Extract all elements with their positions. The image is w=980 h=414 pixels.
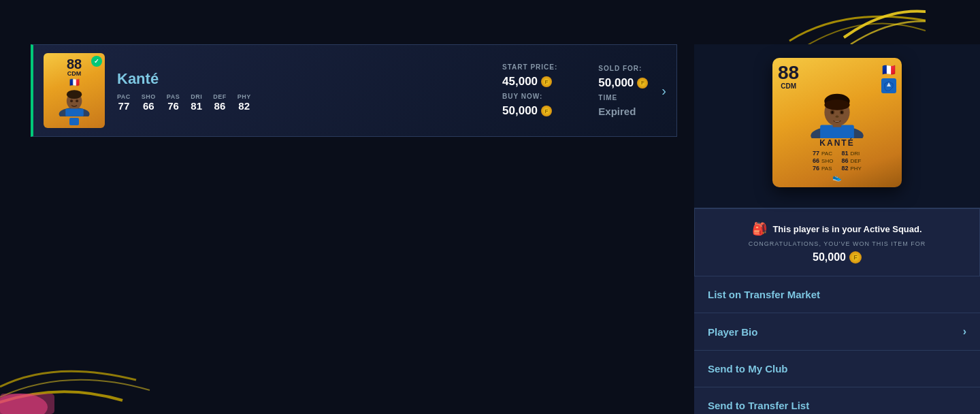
stat-phy: PHY 82	[238, 93, 251, 112]
large-card-position: CDM	[781, 82, 796, 90]
auction-row: ✓ 88 CDM 🇫🇷	[31, 44, 677, 137]
start-price-value: 45,000 F	[502, 75, 557, 89]
time-value: Expired	[598, 106, 648, 117]
svg-point-18	[836, 116, 839, 118]
send-to-transfer-list-button[interactable]: Send to Transfer List	[694, 387, 980, 414]
notice-price: 50,000	[813, 251, 846, 264]
player-info: Kanté PAC 77 SHO 66 PAS 76 DRI	[117, 70, 475, 112]
svg-point-4	[66, 90, 81, 99]
stat-pas: PAS 76	[167, 93, 180, 112]
svg-point-13	[824, 99, 849, 110]
stat-pac: PAC 77	[117, 93, 131, 112]
large-card-club	[881, 78, 896, 93]
svg-point-6	[76, 99, 78, 102]
sold-for-value: 50,000 F	[598, 76, 648, 90]
large-card-stats: 77 PAC 66 SHO 76 PAS	[813, 150, 862, 172]
svg-point-5	[70, 99, 73, 102]
main-container: ✓ 88 CDM 🇫🇷	[0, 0, 980, 414]
stat-def: DEF 86	[213, 93, 227, 112]
sold-for-label: SOLD FOR:	[598, 65, 648, 72]
notice-main-text: This player is in your Active Squad.	[772, 224, 921, 234]
player-name: Kanté	[117, 70, 475, 88]
fut-coin-buynow: F	[541, 106, 552, 116]
large-card-rating: 88	[778, 63, 799, 82]
player-card-large: 88 CDM 🇫🇷	[772, 58, 902, 187]
check-badge: ✓	[91, 56, 102, 67]
list-on-transfer-market-button[interactable]: List on Transfer Market	[694, 276, 980, 313]
buy-now-label: BUY NOW:	[502, 93, 557, 100]
price-block-right: SOLD FOR: 50,000 F TIME Expired	[598, 65, 648, 117]
large-card-flag: 🇫🇷	[882, 63, 896, 76]
svg-point-17	[840, 111, 843, 114]
price-info: START PRICE: 45,000 F BUY NOW: 50,000 F …	[502, 63, 648, 118]
player-bio-chevron: ›	[963, 325, 966, 338]
svg-point-16	[831, 111, 833, 114]
time-label: TIME	[598, 94, 648, 101]
svg-rect-7	[65, 109, 83, 116]
stat-dri: DRI 81	[191, 93, 202, 112]
active-squad-notice: 🎒 This player is in your Active Squad. C…	[694, 208, 980, 276]
large-card-name: KANTÉ	[819, 138, 854, 148]
send-to-my-club-button[interactable]: Send to My Club	[694, 351, 980, 387]
buy-now-value: 50,000 F	[502, 104, 557, 118]
player-face-large	[796, 93, 878, 138]
left-panel: ✓ 88 CDM 🇫🇷	[31, 44, 677, 414]
player-bio-button[interactable]: Player Bio ›	[694, 313, 980, 351]
large-card-boot-icon: 👟	[832, 173, 842, 182]
card-position-mini: CDM	[67, 71, 82, 77]
fut-coin-sold: F	[637, 78, 648, 89]
start-price-label: START PRICE:	[502, 63, 557, 71]
notice-sub-text: CONGRATULATIONS, YOU'VE WON THIS ITEM FO…	[708, 240, 966, 247]
stat-sho: SHO 66	[142, 93, 156, 112]
card-club-icon-mini	[69, 118, 79, 125]
player-face-mini	[52, 88, 97, 116]
notice-fut-coin: F	[849, 251, 862, 264]
action-buttons: List on Transfer Market Player Bio › Sen…	[694, 276, 980, 414]
player-card-mini: ✓ 88 CDM 🇫🇷	[44, 53, 105, 128]
price-block-left: START PRICE: 45,000 F BUY NOW: 50,000 F	[502, 63, 557, 118]
right-panel: 88 CDM 🇫🇷	[694, 44, 980, 414]
fut-coin-start: F	[541, 76, 552, 87]
auction-row-chevron[interactable]: ›	[662, 83, 666, 99]
notice-backpack-icon: 🎒	[752, 221, 767, 236]
card-rating-mini: 88	[67, 57, 82, 71]
card-flag-mini: 🇫🇷	[68, 78, 80, 86]
player-stats-row: PAC 77 SHO 66 PAS 76 DRI 81	[117, 93, 475, 112]
